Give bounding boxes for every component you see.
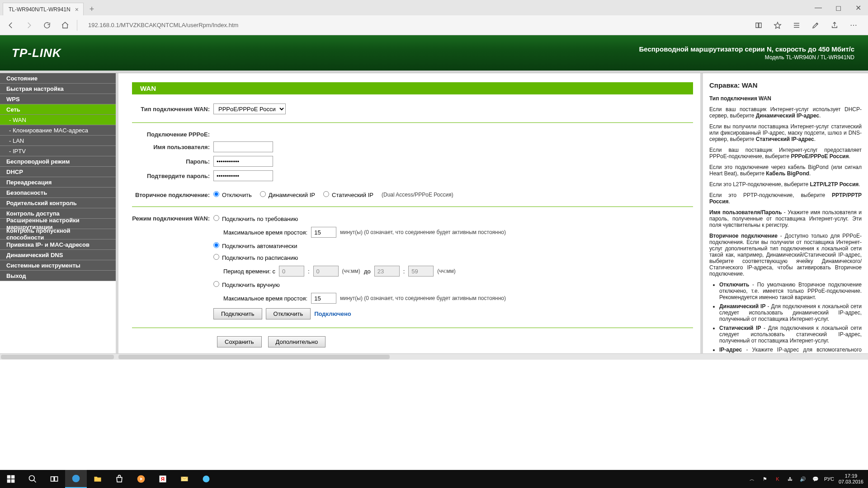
- tray-chevron-icon[interactable]: ︿: [748, 475, 756, 483]
- store-icon[interactable]: [108, 470, 130, 488]
- connect-button[interactable]: Подключить: [213, 308, 262, 319]
- tray-notifications-icon[interactable]: 💬: [811, 475, 820, 483]
- sidebar-item-6[interactable]: - LAN: [0, 136, 116, 146]
- web-note-icon[interactable]: [809, 19, 822, 32]
- taskview-icon[interactable]: [43, 470, 65, 488]
- explorer-icon[interactable]: [87, 470, 108, 488]
- yandex-icon[interactable]: Я: [152, 470, 174, 488]
- start-button[interactable]: [0, 470, 22, 488]
- address-bar-text: 192.168.0.1/MTVZKBCAKQNTCMLA/userRpm/Ind…: [88, 22, 238, 28]
- label-secondary: Вторичное подключение:: [132, 192, 213, 198]
- svg-point-12: [203, 476, 210, 483]
- sidebar-item-9[interactable]: DHCP: [0, 167, 116, 177]
- close-icon[interactable]: ×: [75, 6, 79, 13]
- sidebar-item-1[interactable]: Быстрая настройка: [0, 84, 116, 94]
- wan-connection-type-select[interactable]: PPPoE/PPPoE Россия: [213, 103, 286, 114]
- reading-view-icon[interactable]: [752, 19, 765, 32]
- confirm-password-input[interactable]: [213, 170, 273, 181]
- sidebar-item-17[interactable]: Динамический DNS: [0, 250, 116, 260]
- wan-settings-panel: WAN Тип подключения WAN: PPPoE/PPPoE Рос…: [116, 73, 703, 353]
- label-username: Имя пользователя:: [132, 144, 213, 150]
- svg-rect-0: [7, 475, 11, 479]
- sidebar-item-7[interactable]: - IPTV: [0, 146, 116, 156]
- back-button[interactable]: [5, 19, 17, 32]
- sidebar-item-19[interactable]: Выход: [0, 271, 116, 281]
- more-icon[interactable]: ⋯: [847, 19, 860, 32]
- browser-tab[interactable]: TL-WR940N/TL-WR941N ×: [3, 3, 84, 15]
- sidebar-item-12[interactable]: Родительский контроль: [0, 198, 116, 208]
- password-input[interactable]: [213, 156, 273, 167]
- refresh-button[interactable]: [41, 19, 53, 32]
- section-header: WAN: [132, 82, 693, 94]
- radio-mode-on-demand[interactable]: Подключить по требованию: [213, 215, 506, 222]
- idle-time-input-2[interactable]: [311, 293, 336, 304]
- help-panel: Справка: WAN Тип подключения WAN Если ва…: [703, 73, 868, 353]
- label-conn-type: Тип подключения WAN:: [132, 106, 213, 113]
- help-subtitle: Тип подключения WAN: [709, 95, 862, 102]
- media-player-icon[interactable]: [130, 470, 152, 488]
- favorite-icon[interactable]: [771, 19, 784, 32]
- tray-flag-icon[interactable]: ⚑: [761, 475, 769, 483]
- router-banner: TP-LINK Беспроводной маршрутизатор серии…: [0, 35, 868, 70]
- svg-point-4: [29, 476, 35, 481]
- tray-clock[interactable]: 17:19 07.03.2016: [839, 473, 863, 485]
- svg-text:Я: Я: [161, 476, 165, 482]
- mail-icon[interactable]: [174, 470, 195, 488]
- address-bar[interactable]: 192.168.0.1/MTVZKBCAKQNTCMLA/userRpm/Ind…: [83, 19, 747, 32]
- banner-title: Беспроводной маршрутизатор серии N, скор…: [639, 45, 854, 53]
- horizontal-scrollbar[interactable]: [0, 353, 868, 360]
- label-confirm-password: Подтвердите пароль:: [132, 173, 213, 179]
- period-to-hour[interactable]: [374, 266, 400, 277]
- sidebar-item-0[interactable]: Состояние: [0, 73, 116, 84]
- home-button[interactable]: [59, 19, 71, 32]
- period-from-min[interactable]: [313, 266, 339, 277]
- sidebar-item-3[interactable]: Сеть: [0, 104, 116, 115]
- sidebar-item-18[interactable]: Системные инструменты: [0, 260, 116, 271]
- label-password: Пароль:: [132, 158, 213, 165]
- radio-mode-scheduled[interactable]: Подключить по расписанию: [213, 254, 506, 261]
- banner-model: Модель TL-WR940N / TL-WR941ND: [639, 54, 854, 61]
- sidebar-item-4[interactable]: - WAN: [0, 115, 116, 125]
- tray-kaspersky-icon[interactable]: K: [774, 475, 782, 483]
- to-label: до: [364, 268, 371, 275]
- sidebar-item-10[interactable]: Переадресация: [0, 177, 116, 188]
- tray-language[interactable]: РУС: [824, 476, 834, 482]
- disconnect-button[interactable]: Отключить: [266, 308, 311, 319]
- tray-network-icon[interactable]: 🖧: [786, 475, 794, 483]
- sidebar-item-11[interactable]: Безопасность: [0, 188, 116, 198]
- hhmm-label-1: (чч:мм): [342, 268, 360, 274]
- tray-volume-icon[interactable]: 🔊: [799, 475, 807, 483]
- close-window-button[interactable]: ✕: [848, 0, 868, 15]
- maximize-button[interactable]: ◻: [828, 0, 848, 15]
- sidebar-item-16[interactable]: Привязка IP- и MAC-адресов: [0, 239, 116, 250]
- edge-icon[interactable]: [65, 470, 87, 488]
- radio-mode-manual[interactable]: Подключить вручную: [213, 281, 506, 288]
- tplink-logo: TP-LINK: [12, 46, 61, 60]
- hub-icon[interactable]: [790, 19, 803, 32]
- settings-app-icon[interactable]: [195, 470, 217, 488]
- sidebar-item-8[interactable]: Беспроводной режим: [0, 156, 116, 167]
- svg-rect-2: [7, 479, 11, 483]
- search-icon[interactable]: [22, 470, 43, 488]
- period-label: Период времени: с: [223, 268, 275, 275]
- period-from-hour[interactable]: [279, 266, 304, 277]
- label-wan-mode: Режим подключения WAN:: [132, 215, 213, 222]
- idle-time-input-1[interactable]: [311, 227, 336, 238]
- sidebar-item-15[interactable]: Контроль пропускной способности: [0, 229, 116, 239]
- share-icon[interactable]: [828, 19, 841, 32]
- save-button[interactable]: Сохранить: [217, 336, 262, 347]
- radio-secondary-dynamic[interactable]: Динамический IP: [260, 191, 315, 198]
- period-to-min[interactable]: [408, 266, 434, 277]
- sidebar-item-2[interactable]: WPS: [0, 94, 116, 104]
- sidebar-item-5[interactable]: - Клонирование MAC-адреса: [0, 125, 116, 136]
- advanced-button[interactable]: Дополнительно: [268, 336, 326, 347]
- connection-status: Подключено: [314, 310, 351, 317]
- username-input[interactable]: [213, 141, 273, 152]
- new-tab-button[interactable]: +: [85, 3, 98, 15]
- radio-secondary-static[interactable]: Статический IP: [323, 191, 373, 198]
- minimize-button[interactable]: —: [808, 0, 828, 15]
- idle-note-1: минут(ы) (0 означает, что соединение буд…: [340, 229, 506, 235]
- radio-mode-auto[interactable]: Подключить автоматически: [213, 242, 506, 249]
- radio-secondary-disable[interactable]: Отключить: [213, 191, 252, 198]
- forward-button[interactable]: [23, 19, 35, 32]
